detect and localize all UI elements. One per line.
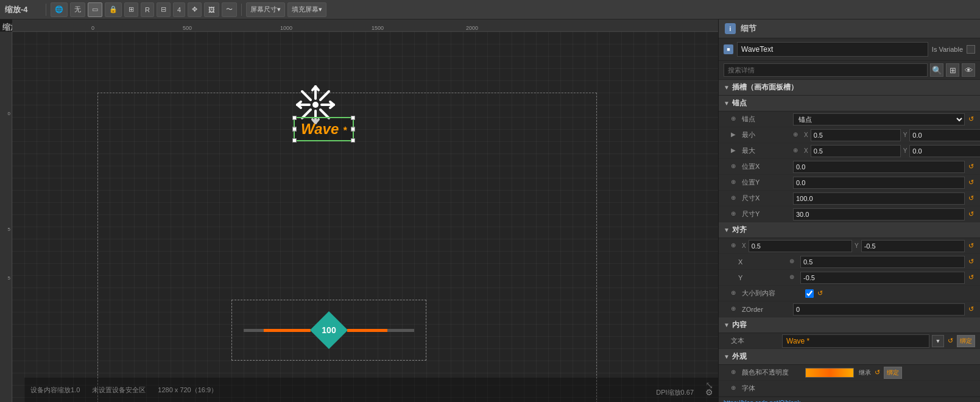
text-content-row: 文本 ▼ ↺ 绑定 [719,333,980,349]
align-reset-btn[interactable]: ↺ [967,242,975,250]
align-section-header[interactable]: ▼ 对齐 [719,222,980,238]
anchor-section-header[interactable]: ▼ 锚点 [719,96,980,111]
size-y-icon: ⊕ [731,210,739,219]
toolbar: 缩放-4 🌐 无 ▭ 🔒 ⊞ R ⊟ 4 ✥ 🖼 〜 屏幕尺寸▾ 填充屏幕▾ [0,0,980,19]
min-x-input[interactable] [811,129,901,141]
handle-br [351,138,355,143]
search-row: 🔍 ⊞ 👁 [719,61,980,80]
max-y-input[interactable] [909,145,980,157]
appearance-section-header[interactable]: ▼ 外观 [719,349,980,365]
tick-1500: 1500 [372,25,384,31]
visibility-btn[interactable]: 👁 [962,63,975,77]
pos-y-row: ⊕ 位置Y ↺ [719,175,980,191]
pos-y-reset-btn[interactable]: ↺ [967,178,975,186]
progress-fill-right [347,329,387,332]
anchor-prop-label: 锚点 [742,115,791,124]
name-row: ■ Is Variable [719,38,980,61]
size-y-input[interactable] [793,208,965,220]
color-swatch[interactable] [805,368,854,378]
anchor-reset-btn[interactable]: ↺ [967,115,975,123]
color-bind-btn[interactable]: 绑定 [884,367,902,379]
slots-label: 插槽（画布面板槽） [732,82,975,93]
size-content-reset-btn[interactable]: ↺ [816,289,824,297]
search-btn[interactable]: 🔍 [930,63,943,77]
progress-track-right [347,329,414,332]
inherit-label: 继承 [859,368,871,377]
separator-1 [46,4,46,16]
pos-x-reset-btn[interactable]: ↺ [967,163,975,171]
size-x-row: ⊕ 尺寸X ↺ [719,191,980,206]
wave-asterisk: * [343,125,347,136]
layers-btn[interactable]: ⊞ [124,2,138,17]
grid-view-btn[interactable]: ⊞ [946,63,959,77]
r-btn[interactable]: R [141,2,154,17]
align-sub-x-icon: ⊕ [789,258,798,266]
screen-size-btn[interactable]: 屏幕尺寸▾ [246,2,285,17]
tick-left-0: 0 [8,111,10,116]
text-content-input[interactable] [782,334,929,348]
align-sub-x-input[interactable] [800,256,965,268]
align-sub-y-input[interactable] [800,272,965,284]
svg-line-4 [302,91,311,100]
search-input[interactable] [724,63,928,77]
min-expand-icon: ▶ [731,131,739,139]
wave-toolbar-btn[interactable]: 〜 [222,2,237,17]
img-btn[interactable]: 🖼 [204,2,219,17]
is-variable-checkbox[interactable] [967,45,975,54]
none-btn[interactable]: 无 [70,2,85,17]
align-sub-y-reset-btn[interactable]: ↺ [967,273,975,281]
rect-btn[interactable]: ▭ [88,2,102,17]
color-reset-btn[interactable]: ↺ [873,368,881,376]
text-bind-btn[interactable]: 绑定 [957,335,975,347]
size-y-reset-btn[interactable]: ↺ [967,210,975,218]
align-y-input[interactable] [861,240,965,252]
pos-y-input[interactable] [793,177,965,189]
bottom-link-container: https://blog.csdn.net/Qiblank [719,397,980,402]
lock-btn[interactable]: 🔒 [105,2,122,17]
settings-gear-icon[interactable]: ⚙ [705,387,713,397]
align-sub-x-reset-btn[interactable]: ↺ [967,258,975,266]
max-row: ▶ 最大 ⊕ X Y ↺ [719,143,980,159]
size-x-reset-btn[interactable]: ↺ [967,194,975,202]
tick-left-50: 5 [8,275,10,281]
zorder-input[interactable] [793,303,965,316]
color-row: ⊕ 颜色和不透明度 继承 ↺ 绑定 [719,365,980,381]
globe-btn[interactable]: 🌐 [51,2,68,17]
panel-title: 细节 [741,23,974,34]
pos-x-input[interactable] [793,161,965,173]
min-anchor-icon: ⊕ [793,131,802,139]
grid-btn[interactable]: ⊟ [157,2,171,17]
progress-diamond-container: 100 [311,312,347,348]
content-section-header[interactable]: ▼ 内容 [719,317,980,333]
size-to-content-checkbox[interactable] [805,289,814,298]
move-btn[interactable]: ✥ [188,2,202,17]
min-y-input[interactable] [909,129,980,141]
component-name-input[interactable] [737,42,928,57]
zorder-reset-btn[interactable]: ↺ [967,305,975,313]
slots-section-header[interactable]: ▼ 插槽（画布面板槽） [719,80,980,96]
anchor-row: ⊕ 锚点 锚点 ↺ [719,111,980,127]
fill-screen-btn[interactable]: 填充屏幕▾ [287,2,326,17]
text-dropdown-btn[interactable]: ▼ [932,335,944,347]
wave-widget[interactable]: Wave * [294,117,354,141]
align-x-input[interactable] [749,240,852,252]
size-x-input[interactable] [793,192,965,205]
safe-zone: 未设置设备安全区 [92,386,146,395]
anchor-select[interactable]: 锚点 [793,113,965,125]
progress-inner: 100 [244,312,414,348]
dpi-zoom: DPI缩放0.67 [656,388,694,397]
size-y-row: ⊕ 尺寸Y ↺ [719,206,980,222]
canvas-area[interactable]: 缩放-4 0 500 1000 1500 2000 0 5 5 [0,19,718,402]
align-sub-y-label: Y [738,274,787,281]
progress-widget[interactable]: 100 [231,300,426,361]
text-reset-btn[interactable]: ↺ [947,337,954,345]
canvas-grid[interactable]: Wave * 100 [12,32,718,402]
four-btn[interactable]: 4 [173,2,185,17]
bottom-link[interactable]: https://blog.csdn.net/Qiblank [724,400,975,402]
align-sub-x-label: X [738,258,787,266]
anchor-icon: ⊕ [731,115,739,124]
max-x-input[interactable] [811,145,901,157]
tick-0: 0 [91,25,94,31]
align-xy-row: ⊕ X Y ↺ [719,238,980,254]
right-panel: i 细节 ■ Is Variable 🔍 ⊞ 👁 ▼ 插槽（画布面板槽） ▼ 锚… [718,19,980,402]
